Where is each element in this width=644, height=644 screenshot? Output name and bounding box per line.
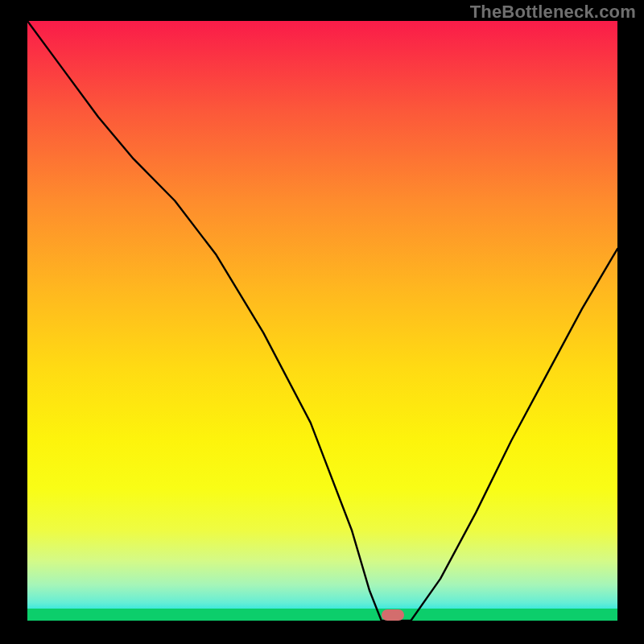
plot-area — [27, 21, 617, 621]
bottleneck-curve — [27, 21, 617, 621]
watermark-text: TheBottleneck.com — [470, 2, 636, 23]
optimal-marker — [382, 609, 404, 621]
chart-container: TheBottleneck.com — [0, 0, 644, 644]
